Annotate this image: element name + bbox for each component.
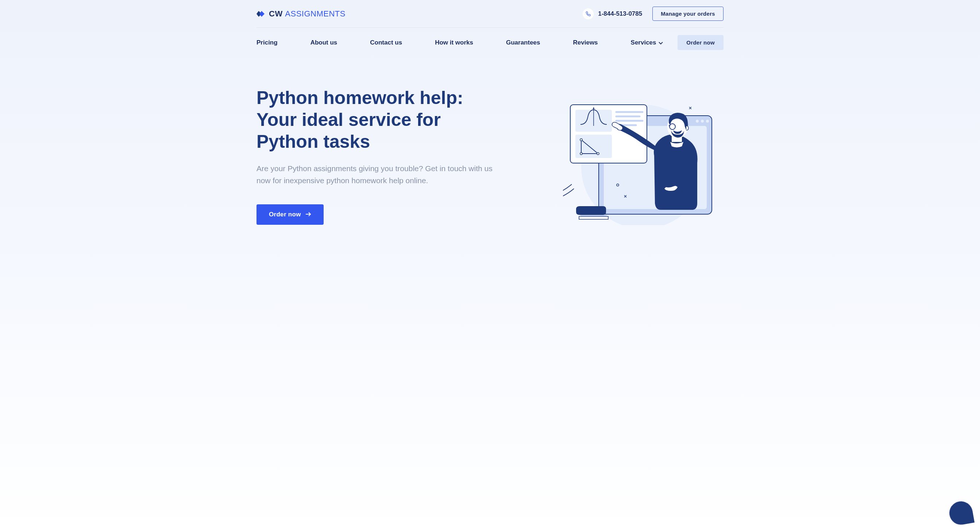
hero-subtitle: Are your Python assignments giving you t… bbox=[256, 163, 504, 186]
svg-point-10 bbox=[580, 153, 582, 155]
nav-how-it-works[interactable]: How it works bbox=[435, 39, 473, 46]
nav-pricing[interactable]: Pricing bbox=[256, 39, 278, 46]
svg-point-4 bbox=[706, 120, 709, 123]
nav-guarantees[interactable]: Guarantees bbox=[506, 39, 540, 46]
logo-text-assignments: ASSIGNMENTS bbox=[285, 9, 345, 18]
order-now-hero-label: Order now bbox=[269, 211, 301, 218]
nav-about-us[interactable]: About us bbox=[310, 39, 337, 46]
manage-orders-button[interactable]: Manage your orders bbox=[652, 6, 724, 21]
nav-contact-us[interactable]: Contact us bbox=[370, 39, 402, 46]
nav-services[interactable]: Services bbox=[631, 39, 663, 46]
hero-content: Python homework help: Your ideal service… bbox=[256, 87, 504, 225]
top-header: CW ASSIGNMENTS 1-844-513-0785 Manage you… bbox=[256, 0, 724, 28]
logo-text-cw: CW bbox=[269, 9, 283, 18]
nav-reviews[interactable]: Reviews bbox=[573, 39, 598, 46]
order-now-nav-button[interactable]: Order now bbox=[678, 35, 724, 50]
logo[interactable]: CW ASSIGNMENTS bbox=[256, 9, 345, 19]
hero-illustration bbox=[563, 86, 724, 225]
logo-icon bbox=[256, 10, 266, 18]
chevron-down-icon bbox=[659, 39, 663, 46]
arrow-right-icon bbox=[305, 211, 311, 218]
phone-number: 1-844-513-0785 bbox=[598, 10, 642, 18]
hero-section: Python homework help: Your ideal service… bbox=[256, 57, 724, 261]
svg-point-12 bbox=[597, 153, 599, 155]
header-actions: 1-844-513-0785 Manage your orders bbox=[583, 6, 724, 21]
phone-icon bbox=[583, 8, 593, 19]
svg-point-2 bbox=[696, 120, 699, 123]
hero-title: Python homework help: Your ideal service… bbox=[256, 87, 504, 153]
nav-services-label: Services bbox=[631, 39, 656, 46]
chat-widget-button[interactable] bbox=[948, 500, 975, 527]
phone-link[interactable]: 1-844-513-0785 bbox=[583, 8, 642, 19]
nav-links: Pricing About us Contact us How it works… bbox=[256, 39, 663, 46]
order-now-hero-button[interactable]: Order now bbox=[256, 204, 324, 225]
main-nav: Pricing About us Contact us How it works… bbox=[256, 28, 724, 57]
svg-point-3 bbox=[701, 120, 704, 123]
svg-point-11 bbox=[580, 139, 582, 141]
